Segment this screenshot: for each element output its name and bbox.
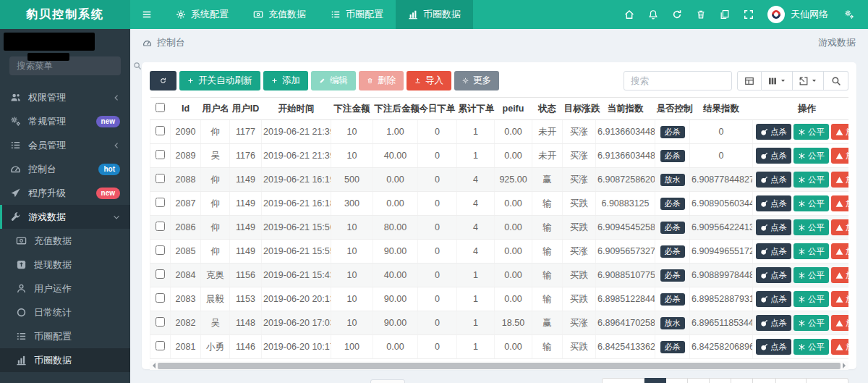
fair-button[interactable]: 公平 [793,219,829,235]
row-checkbox[interactable] [156,126,165,135]
spot-kill-button[interactable]: 点杀 [756,219,791,235]
add-button[interactable]: 添加 [263,71,308,91]
sidebar-item-general[interactable]: 常规管理new [0,109,130,133]
page-button-209[interactable]: 209 [776,378,807,383]
toggle-auto-refresh-button[interactable]: 开关自动刷新 [179,71,260,91]
spot-kill-button[interactable]: 点杀 [756,267,791,283]
drain-button[interactable]: 放水 [831,219,848,235]
sidebar-toggle-button[interactable] [130,0,163,29]
home-button[interactable] [617,0,641,29]
scroll-left-arrow[interactable] [150,363,156,369]
page-button-2[interactable]: 2 [666,378,688,383]
page-button-1[interactable]: 1 [644,378,666,383]
spot-kill-button[interactable]: 点杀 [756,124,791,140]
settings-button[interactable] [837,0,861,29]
spot-kill-button[interactable]: 点杀 [756,243,791,259]
pencil-icon [319,77,326,84]
drain-button[interactable]: 放水 [831,291,848,307]
sidebar-item-withdraw-data[interactable]: 提现数据 [0,253,130,277]
edit-button[interactable]: 编辑 [311,71,356,91]
sidebar-item-members[interactable]: 会员管理 [0,133,130,157]
select-all-checkbox[interactable] [156,103,165,112]
drain-button[interactable]: 放水 [831,243,848,259]
fair-button[interactable]: 公平 [793,291,829,307]
export-button[interactable] [793,71,824,91]
cell-control: 必杀 [655,264,690,287]
tab-recharge-data[interactable]: 充值数据 [241,0,318,29]
notifications-button[interactable] [641,0,665,29]
cell-uid: 1176 [230,144,262,168]
spot-kill-button[interactable]: 点杀 [756,195,791,211]
scroll-right-arrow[interactable] [843,363,848,369]
page-button-下一页[interactable]: 下一页 [807,378,849,383]
control-badge: 必杀 [660,293,685,306]
page-button-...[interactable]: ... [753,378,775,383]
sidebar-item-recharge-data[interactable]: 充值数据 [0,229,130,253]
row-checkbox[interactable] [156,293,165,303]
page-button-4[interactable]: 4 [710,378,731,383]
cell-bet: 300 [331,192,373,216]
drain-button[interactable]: 放水 [831,267,848,283]
drain-button[interactable]: 放水 [831,315,848,331]
row-checkbox[interactable] [156,341,165,350]
page-button-上一页[interactable]: 上一页 [602,378,645,383]
fair-button[interactable]: 公平 [793,339,829,355]
spot-kill-button[interactable]: 点杀 [756,148,791,164]
clear-cache-button[interactable] [689,0,712,29]
page-button-5[interactable]: 5 [731,378,753,383]
import-button[interactable]: 导入 [407,71,451,91]
row-checkbox[interactable] [156,150,165,159]
spot-kill-button[interactable]: 点杀 [756,291,791,307]
sidebar-item-user-ops[interactable]: 用户运作 [0,277,130,300]
sidebar-item-permissions[interactable]: 权限管理 [0,85,130,109]
tab-coin-config[interactable]: 币圈配置 [318,0,396,29]
refresh-button[interactable] [665,0,689,29]
sidebar-item-upgrade[interactable]: 程序升级new [0,181,130,205]
refresh-button[interactable] [150,71,176,91]
fair-button[interactable]: 公平 [793,124,829,140]
fullscreen-button[interactable] [736,0,760,29]
sidebar-item-game-data[interactable]: 游戏数据 [0,205,130,229]
spot-kill-button[interactable]: 点杀 [756,315,791,331]
page-size-dropdown[interactable]: 10 [370,379,405,383]
sidebar-item-console[interactable]: 控制台hot [0,157,130,181]
drain-button[interactable]: 放水 [831,124,848,140]
drain-button[interactable]: 放水 [831,195,848,211]
row-checkbox[interactable] [156,222,165,231]
spot-kill-button[interactable]: 点杀 [756,339,791,355]
avatar[interactable] [767,6,785,23]
fair-button[interactable]: 公平 [793,172,829,188]
tab-system-config[interactable]: 系统配置 [163,0,241,29]
fair-button[interactable]: 公平 [793,243,829,259]
search-button[interactable] [824,71,848,91]
table-search-input[interactable] [624,71,732,91]
sidebar-item-coin-config[interactable]: 币圈配置 [0,324,130,348]
drain-button[interactable]: 放水 [831,172,848,188]
more-button[interactable]: 更多 [454,71,499,91]
sidebar-item-daily-stats[interactable]: 日常统计 [0,300,130,324]
tab-coin-data[interactable]: 币圈数据 [396,0,473,29]
card-view-button[interactable] [737,71,762,91]
sidebar-item-coin-data[interactable]: 币圈数据 [0,348,130,372]
spot-kill-button[interactable]: 点杀 [756,172,791,188]
row-checkbox[interactable] [156,269,165,279]
drain-button[interactable]: 放水 [831,339,848,355]
page-button-3[interactable]: 3 [688,378,710,383]
row-checkbox[interactable] [156,245,165,255]
columns-button[interactable] [762,71,793,91]
fair-button[interactable]: 公平 [793,267,829,283]
documents-button[interactable] [712,0,736,29]
fair-button[interactable]: 公平 [793,315,829,331]
scrollbar-thumb[interactable] [158,363,841,369]
delete-button[interactable]: 删除 [359,71,404,91]
cell-today: 0 [418,192,457,216]
sidebar-search-input[interactable] [17,61,133,71]
row-checkbox[interactable] [156,198,165,207]
row-checkbox[interactable] [156,174,165,183]
fair-button[interactable]: 公平 [793,195,829,211]
fair-button[interactable]: 公平 [793,148,829,164]
horizontal-scrollbar[interactable] [150,361,848,370]
fair-icon [798,272,806,279]
row-checkbox[interactable] [156,317,165,327]
drain-button[interactable]: 放水 [831,148,848,164]
